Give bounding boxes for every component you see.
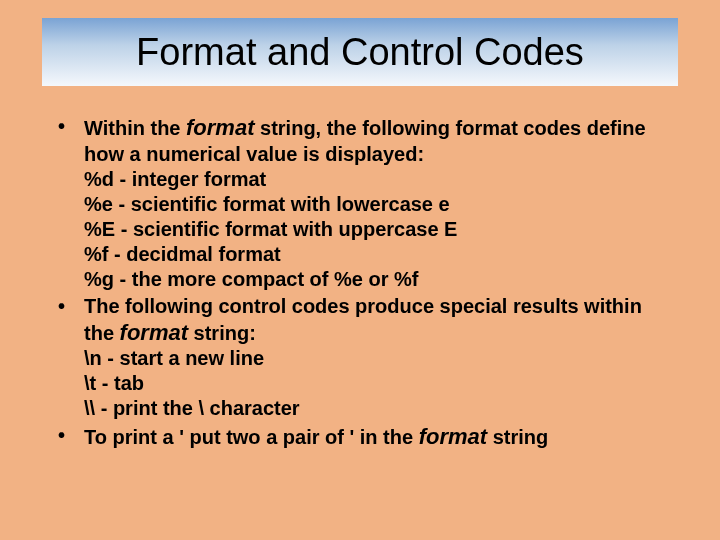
bullet-2-em: format bbox=[120, 320, 188, 345]
bullet-1-l3: %E - scientific format with uppercase E bbox=[84, 218, 457, 240]
bullet-2-post: string: bbox=[188, 322, 256, 344]
bullet-1-pre: Within the bbox=[84, 117, 186, 139]
bullet-2-l2: \t - tab bbox=[84, 372, 144, 394]
bullet-3-post: string bbox=[487, 426, 548, 448]
bullet-2-l3: \\ - print the \ character bbox=[84, 397, 300, 419]
slide-content: Within the format string, the following … bbox=[50, 114, 670, 451]
bullet-2: The following control codes produce spec… bbox=[50, 294, 670, 422]
bullet-list: Within the format string, the following … bbox=[50, 114, 670, 451]
title-bar: Format and Control Codes bbox=[42, 18, 678, 86]
bullet-2-l1: \n - start a new line bbox=[84, 347, 264, 369]
bullet-1-l1: %d - integer format bbox=[84, 168, 266, 190]
bullet-1-l2: %e - scientific format with lowercase e bbox=[84, 193, 450, 215]
bullet-3-em: format bbox=[419, 424, 487, 449]
bullet-1-l4: %f - decidmal format bbox=[84, 243, 281, 265]
slide-title: Format and Control Codes bbox=[136, 31, 584, 74]
bullet-1-em: format bbox=[186, 115, 254, 140]
bullet-1: Within the format string, the following … bbox=[50, 114, 670, 292]
bullet-1-l5: %g - the more compact of %e or %f bbox=[84, 268, 419, 290]
bullet-3: To print a ' put two a pair of ' in the … bbox=[50, 423, 670, 451]
bullet-3-pre: To print a ' put two a pair of ' in the bbox=[84, 426, 419, 448]
